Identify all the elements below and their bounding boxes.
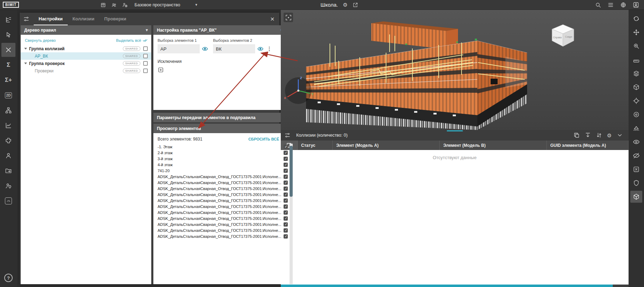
hide-icon[interactable] (630, 150, 642, 162)
expand-caret-icon[interactable] (24, 48, 27, 50)
focus-model-button[interactable] (284, 13, 293, 22)
cube-view-icon[interactable] (630, 81, 642, 93)
element-row[interactable]: 3-й этаж (153, 156, 288, 162)
graph-icon[interactable] (1, 118, 15, 132)
tree-item-checkbox[interactable] (143, 61, 148, 66)
copy-icon[interactable] (573, 132, 580, 138)
element-row[interactable]: ADSK_ДетальСтальнаяСварная_Отвод_ГОСТ173… (153, 174, 288, 180)
orbit-icon[interactable] (630, 13, 642, 25)
element-view-header[interactable]: Просмотр элементов ▾ (153, 124, 293, 133)
column-header[interactable]: Элемент (Модель B) (440, 141, 547, 150)
element-row[interactable]: ADSK_ДетальСтальнаяСварная_Отвод_ГОСТ173… (153, 203, 288, 209)
project-settings-icon[interactable]: ⚙ (343, 2, 347, 7)
tree-item-checkbox[interactable] (143, 69, 148, 73)
element-checkbox[interactable] (284, 216, 288, 221)
element-row[interactable]: ADSK_ДетальСтальнаяСварная_Отвод_ГОСТ173… (153, 227, 288, 233)
collision-check-icon[interactable] (1, 43, 15, 57)
menu-list-icon[interactable] (608, 2, 614, 8)
element-checkbox[interactable] (284, 234, 288, 239)
show-all-icon[interactable] (630, 136, 642, 148)
element-row[interactable]: ADSK_ДетальСтальнаяСварная_Отвод_ГОСТ173… (153, 191, 288, 197)
zoom-window-icon[interactable] (630, 40, 642, 52)
element-checkbox[interactable] (284, 151, 288, 155)
column-header[interactable]: Элемент (Модель А) (333, 141, 440, 150)
scrollbar-thumb[interactable] (290, 146, 293, 197)
3d-viewport[interactable]: Справа Сзади Z Y X (281, 10, 629, 130)
measure-icon[interactable] (630, 54, 642, 66)
selection1-input[interactable] (158, 44, 200, 53)
sum-plus-icon[interactable]: Σ+ (1, 73, 15, 87)
element-checkbox[interactable] (284, 181, 288, 185)
section-plane-icon[interactable] (630, 122, 642, 134)
collisions-settings-icon[interactable]: ⚙ (607, 133, 612, 138)
element-checkbox[interactable] (284, 204, 288, 209)
collapse-panel-icon[interactable] (617, 132, 623, 138)
element-checkbox[interactable] (284, 222, 288, 227)
fit-view-icon[interactable] (630, 95, 642, 107)
export-folder-icon[interactable] (1, 164, 15, 178)
transfer-params-header[interactable]: Параметры передачи элементов в подправил… (153, 113, 293, 122)
element-list-scrollbar[interactable] (290, 144, 293, 284)
hide-selected-icon[interactable] (630, 163, 642, 175)
workspace-selector[interactable]: Базовое пространство (134, 2, 180, 7)
show-selection2-eye-icon[interactable] (257, 46, 264, 52)
element-checkbox[interactable] (284, 157, 288, 161)
2d-drawings-icon[interactable]: 2D (1, 88, 15, 102)
tree-item-checkbox[interactable] (143, 54, 148, 58)
add-exclusion-button[interactable] (158, 67, 164, 73)
close-panel-icon[interactable]: × (269, 15, 276, 22)
layers-icon[interactable] (630, 67, 642, 79)
tree-item[interactable]: Группа проверок SHARED (21, 60, 151, 67)
user-sessions-icon[interactable] (122, 2, 128, 8)
team-icon[interactable] (111, 2, 117, 8)
transparency-mode-icon[interactable] (630, 191, 642, 203)
element-checkbox[interactable] (284, 163, 288, 167)
scheme-nodes-icon[interactable] (1, 103, 15, 117)
collapse-section-icon[interactable]: ▾ (146, 28, 148, 32)
element-checkbox[interactable] (284, 228, 288, 233)
element-row[interactable]: 741-20 (153, 168, 288, 174)
show-selection1-eye-icon[interactable] (202, 46, 208, 52)
column-header[interactable]: GUID элемента (Модель А) (547, 141, 629, 150)
panel-tab[interactable]: Проверки (99, 13, 131, 25)
element-checkbox[interactable] (284, 169, 288, 173)
tree-item[interactable]: Проверки SHARED (21, 67, 151, 74)
expand-caret-icon[interactable] (24, 63, 27, 64)
navigation-cube[interactable]: Справа Сзади (550, 22, 576, 51)
account-icon[interactable] (633, 2, 639, 8)
element-row[interactable]: ADSK_ДетальСтальнаяСварная_Отвод_ГОСТ173… (153, 197, 288, 203)
element-row[interactable]: ADSK_ДетальСтальнаяСварная_Отвод_ГОСТ173… (153, 221, 288, 227)
element-checkbox[interactable] (284, 193, 288, 197)
element-row[interactable]: ADSK_ДетальСтальнаяСварная_Отвод_ГОСТ173… (153, 209, 288, 215)
element-row[interactable]: -1. Этаж (153, 144, 288, 150)
axis-gizmo[interactable]: Z Y X (282, 74, 314, 107)
import-export-icon[interactable] (596, 132, 602, 138)
element-row[interactable]: 2-й этаж (153, 150, 288, 156)
tree-item[interactable]: Группа коллизий SHARED (21, 45, 151, 52)
element-row[interactable]: ADSK_ДетальСтальнаяСварная_Отвод_ГОСТ173… (153, 215, 288, 221)
collapse-tree-link[interactable]: Свернуть дерево (25, 38, 56, 43)
element-row[interactable]: ADSK_ДетальСтальнаяСварная_Отвод_ГОСТ173… (153, 185, 288, 191)
element-row[interactable]: ADSK_ДетальСтальнаяСварная_Отвод_ГОСТ173… (153, 180, 288, 185)
plugins-icon[interactable] (1, 133, 15, 148)
search-icon[interactable] (595, 2, 601, 8)
user-location-icon[interactable] (1, 179, 15, 193)
element-checkbox[interactable] (284, 175, 288, 179)
tree-item-checkbox[interactable] (143, 46, 148, 51)
help-icon[interactable]: ? (4, 274, 13, 282)
panel-menu-icon[interactable] (23, 16, 29, 22)
element-row[interactable]: 4-й этаж (153, 162, 288, 168)
isolate-icon[interactable] (630, 177, 642, 189)
export-icon[interactable] (585, 132, 591, 138)
element-checkbox[interactable] (284, 210, 288, 215)
storage-icon[interactable] (100, 2, 106, 8)
collisions-menu-icon[interactable] (284, 132, 291, 138)
column-header[interactable]: Статус (298, 141, 333, 150)
share-icon[interactable] (352, 2, 358, 8)
pan-icon[interactable] (630, 26, 642, 38)
select-all-link[interactable]: Выделить всё (116, 38, 148, 43)
panel-tab[interactable]: Настройки (34, 13, 68, 25)
element-checkbox[interactable] (284, 145, 288, 149)
workspace-caret-icon[interactable]: ▾ (195, 2, 198, 7)
tree-item[interactable]: АР_ВК SHARED (21, 52, 151, 60)
